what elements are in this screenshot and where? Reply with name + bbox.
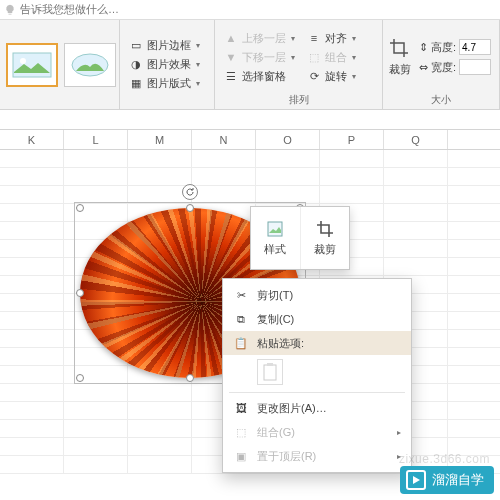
ctx-bring-to-front: ▣置于顶层(R)▸ — [223, 444, 411, 468]
crop-button[interactable]: 裁剪 — [389, 62, 411, 77]
height-input[interactable] — [459, 39, 491, 55]
copy-icon: ⧉ — [233, 311, 249, 327]
height-icon: ⇕ — [419, 41, 428, 54]
mini-style-button[interactable]: 样式 — [251, 207, 301, 269]
ctx-copy[interactable]: ⧉复制(C) — [223, 307, 411, 331]
width-field[interactable]: ⇔宽度: — [419, 58, 491, 76]
width-icon: ⇔ — [419, 61, 428, 74]
ctx-paste-options-label: 📋粘贴选项: — [223, 331, 411, 355]
ctx-change-picture[interactable]: 🖼更改图片(A)… — [223, 396, 411, 420]
tell-me-bar[interactable]: 告诉我您想做什么… — [0, 0, 500, 20]
picture-border-button[interactable]: ▭图片边框▾ — [126, 37, 203, 54]
svg-point-2 — [72, 54, 108, 76]
group-icon: ⬚ — [233, 424, 249, 440]
rotate-button[interactable]: ⟳旋转▾ — [304, 68, 359, 85]
cut-icon: ✂ — [233, 287, 249, 303]
col-header[interactable]: Q — [384, 130, 448, 149]
paste-option-button — [257, 359, 283, 385]
selection-pane-button[interactable]: ☰选择窗格 — [221, 68, 298, 85]
formula-bar[interactable] — [0, 110, 500, 130]
size-group-label: 大小 — [389, 92, 493, 107]
style-icon — [265, 219, 285, 239]
resize-handle[interactable] — [76, 289, 84, 297]
mini-toolbar: 样式 裁剪 — [250, 206, 350, 270]
svg-rect-5 — [267, 363, 273, 366]
paste-icon: 📋 — [233, 335, 249, 351]
align-button[interactable]: ≡对齐▾ — [304, 30, 359, 47]
mini-crop-button[interactable]: 裁剪 — [301, 207, 350, 269]
picture-effects-button[interactable]: ◑图片效果▾ — [126, 56, 203, 73]
rotate-handle[interactable] — [182, 184, 198, 200]
landscape-icon — [12, 52, 52, 78]
col-header[interactable]: O — [256, 130, 320, 149]
picture-style-thumb[interactable] — [6, 43, 58, 87]
svg-point-1 — [20, 58, 26, 64]
play-icon — [406, 470, 426, 490]
svg-rect-0 — [13, 53, 51, 77]
resize-handle[interactable] — [76, 374, 84, 382]
send-backward-button[interactable]: ▼下移一层▾ — [221, 49, 298, 66]
selection-pane-icon: ☰ — [224, 69, 238, 83]
ctx-group: ⬚组合(G)▸ — [223, 420, 411, 444]
ctx-cut[interactable]: ✂剪切(T) — [223, 283, 411, 307]
align-icon: ≡ — [307, 31, 321, 45]
arrange-group-label: 排列 — [221, 92, 376, 107]
bring-forward-button[interactable]: ▲上移一层▾ — [221, 30, 298, 47]
crop-icon — [315, 219, 335, 239]
col-header[interactable]: P — [320, 130, 384, 149]
lightbulb-icon — [4, 4, 16, 16]
worksheet[interactable]: K L M N O P Q — [0, 130, 500, 500]
width-input[interactable] — [459, 59, 491, 75]
landscape-oval-icon — [70, 52, 110, 78]
col-header[interactable]: K — [0, 130, 64, 149]
layout-icon: ▦ — [129, 76, 143, 90]
send-backward-icon: ▼ — [224, 50, 238, 64]
height-field[interactable]: ⇕高度: — [419, 38, 491, 56]
picture-layout-button[interactable]: ▦图片版式▾ — [126, 75, 203, 92]
cell-grid[interactable]: 样式 裁剪 ✂剪切(T) ⧉复制(C) 📋粘贴选项: 🖼更改图片(A)… ⬚组合… — [0, 150, 500, 500]
tell-me-placeholder: 告诉我您想做什么… — [20, 2, 119, 17]
effects-icon: ◑ — [129, 57, 143, 71]
border-icon: ▭ — [129, 38, 143, 52]
resize-handle[interactable] — [186, 374, 194, 382]
col-header[interactable]: M — [128, 130, 192, 149]
clipboard-icon — [262, 363, 278, 381]
column-headers[interactable]: K L M N O P Q — [0, 130, 500, 150]
bring-forward-icon: ▲ — [224, 31, 238, 45]
change-picture-icon: 🖼 — [233, 400, 249, 416]
resize-handle[interactable] — [76, 204, 84, 212]
col-header[interactable]: L — [64, 130, 128, 149]
brand-badge: 溜溜自学 — [400, 466, 494, 494]
col-header[interactable]: N — [192, 130, 256, 149]
watermark-url: zixue.3d66.com — [399, 452, 490, 466]
resize-handle[interactable] — [186, 204, 194, 212]
context-menu: ✂剪切(T) ⧉复制(C) 📋粘贴选项: 🖼更改图片(A)… ⬚组合(G)▸ ▣… — [222, 278, 412, 473]
group-icon: ⬚ — [307, 50, 321, 64]
svg-rect-4 — [264, 365, 276, 380]
bring-front-icon: ▣ — [233, 448, 249, 464]
crop-icon[interactable] — [389, 38, 411, 60]
group-button[interactable]: ⬚组合▾ — [304, 49, 359, 66]
ribbon: ▭图片边框▾ ◑图片效果▾ ▦图片版式▾ ▲上移一层▾ ▼下移一层▾ ☰选择窗格… — [0, 20, 500, 110]
rotate-icon: ⟳ — [307, 69, 321, 83]
picture-style-thumb[interactable] — [64, 43, 116, 87]
